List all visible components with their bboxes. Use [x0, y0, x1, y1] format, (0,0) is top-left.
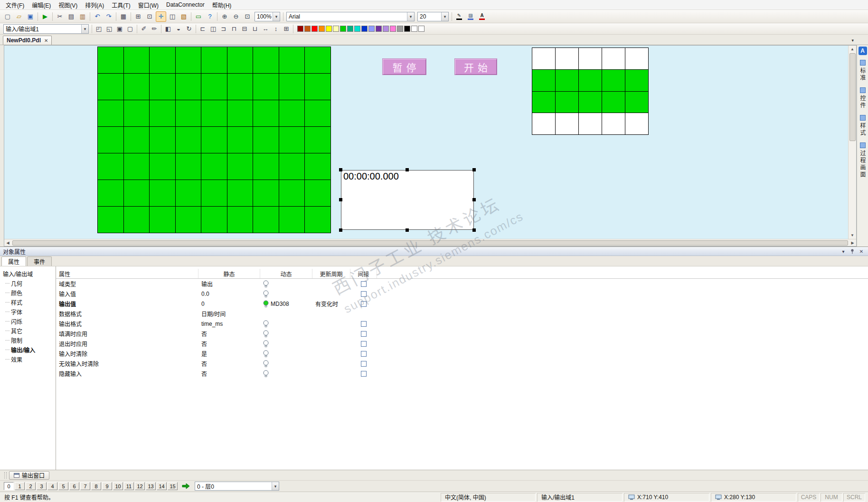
- layer-button-7[interactable]: 7: [80, 482, 90, 490]
- horizontal-scroll-thumb[interactable]: [12, 240, 848, 246]
- tree-item-8[interactable]: 效果: [3, 354, 56, 364]
- grid-icon[interactable]: ⊞: [133, 11, 143, 22]
- font-size-combo[interactable]: 20▾: [417, 12, 449, 21]
- color-swatch-11[interactable]: [376, 26, 382, 32]
- scroll-right-icon[interactable]: ▶: [849, 239, 856, 246]
- align-left-icon[interactable]: ⊏: [198, 24, 208, 34]
- palette-tab-3[interactable]: 过程画面: [859, 142, 867, 179]
- redo-icon[interactable]: ↷: [104, 11, 114, 22]
- scroll-down-icon[interactable]: ▼: [849, 232, 856, 239]
- zoom-out-icon[interactable]: ⊖: [231, 11, 241, 22]
- tree-item-2[interactable]: 样式: [3, 297, 56, 307]
- selection-handle[interactable]: [339, 198, 342, 201]
- selection-handle[interactable]: [406, 228, 409, 232]
- property-update-cycle[interactable]: 有变化时: [312, 299, 350, 309]
- color-swatch-14[interactable]: [397, 26, 403, 32]
- scroll-up-icon[interactable]: ▲: [849, 46, 856, 53]
- property-indirect-cell[interactable]: [350, 339, 377, 349]
- tree-item-6[interactable]: 限制: [3, 335, 56, 345]
- property-dynamic-cell[interactable]: [260, 359, 312, 369]
- canvas-horizontal-scrollbar[interactable]: ◀ ▶: [4, 239, 856, 246]
- font-name-combo[interactable]: Arial▾: [286, 12, 415, 21]
- rotate-icon[interactable]: ↻: [184, 24, 194, 34]
- color-swatch-8[interactable]: [354, 26, 360, 32]
- property-update-cycle[interactable]: [312, 339, 350, 349]
- canvas-vertical-scrollbar[interactable]: ▲ ▼: [848, 46, 856, 239]
- indirect-checkbox[interactable]: [361, 291, 367, 297]
- menu-item-4[interactable]: 工具(T): [108, 0, 134, 10]
- layer-button-6[interactable]: 6: [69, 482, 79, 490]
- color-swatch-10[interactable]: [368, 26, 375, 32]
- property-dynamic-cell[interactable]: [260, 309, 312, 319]
- library-icon[interactable]: ▧: [179, 11, 189, 22]
- align-right-icon[interactable]: ⊐: [219, 24, 228, 34]
- flip-horizontal-icon[interactable]: ◧: [163, 24, 173, 34]
- select-tool-icon[interactable]: ✛: [156, 11, 166, 22]
- vertical-scroll-thumb[interactable]: [849, 53, 856, 141]
- layer-button-13[interactable]: 13: [146, 482, 156, 490]
- undo-icon[interactable]: ↶: [92, 11, 103, 22]
- property-dynamic-cell[interactable]: [260, 349, 312, 359]
- property-update-cycle[interactable]: [312, 369, 350, 379]
- io-field-selection[interactable]: 00:00:00.000: [339, 168, 476, 232]
- property-update-cycle[interactable]: [312, 329, 350, 339]
- property-static-value[interactable]: 否: [198, 339, 260, 349]
- property-indirect-cell[interactable]: [350, 319, 377, 329]
- color-swatch-2[interactable]: [311, 26, 318, 32]
- layer-button-14[interactable]: 14: [157, 482, 167, 490]
- property-update-cycle[interactable]: [312, 349, 350, 359]
- palette-tab-0[interactable]: 标准: [859, 60, 867, 82]
- output-window-button[interactable]: 输出窗口: [9, 471, 49, 480]
- indirect-checkbox[interactable]: [361, 351, 367, 357]
- layer-button-9[interactable]: 9: [102, 482, 112, 490]
- menu-item-0[interactable]: 文件(F): [2, 0, 28, 10]
- save-icon[interactable]: ▣: [25, 11, 36, 22]
- property-static-value[interactable]: 否: [198, 359, 260, 369]
- layer-selector-combo[interactable]: 0 - 层0 ▾: [195, 482, 279, 491]
- property-indirect-cell[interactable]: [350, 289, 377, 299]
- property-row[interactable]: 输入时清除是: [56, 349, 868, 359]
- copy-icon[interactable]: ▤: [66, 11, 76, 22]
- property-dynamic-cell[interactable]: [260, 319, 312, 329]
- color-swatch-16[interactable]: [411, 26, 417, 32]
- toolbar-grip[interactable]: [4, 472, 7, 479]
- tree-item-3[interactable]: 字体: [3, 307, 56, 316]
- palette-tab-1[interactable]: 控件: [859, 87, 867, 109]
- color-swatch-7[interactable]: [347, 26, 353, 32]
- property-indirect-cell[interactable]: [350, 329, 377, 339]
- selection-handle[interactable]: [472, 198, 476, 201]
- property-indirect-cell[interactable]: [350, 349, 377, 359]
- property-row[interactable]: 填满时应用否: [56, 329, 868, 339]
- hmi-grid-small[interactable]: [532, 47, 649, 135]
- property-static-value[interactable]: 输出: [198, 279, 260, 289]
- property-update-cycle[interactable]: [312, 289, 350, 299]
- selection-handle[interactable]: [339, 168, 342, 171]
- standard-palette-icon[interactable]: A: [859, 47, 867, 55]
- tab-list-chevron-icon[interactable]: ▾: [851, 38, 854, 43]
- color-swatch-6[interactable]: [340, 26, 346, 32]
- scroll-left-icon[interactable]: ◀: [4, 239, 11, 246]
- menu-item-3[interactable]: 排列(A): [81, 0, 108, 10]
- layer-button-2[interactable]: 2: [26, 482, 36, 490]
- align-middle-icon[interactable]: ⊟: [240, 24, 249, 34]
- color-swatch-17[interactable]: [418, 26, 425, 32]
- property-indirect-cell[interactable]: [350, 309, 377, 319]
- layer-button-8[interactable]: 8: [91, 482, 101, 490]
- pause-button[interactable]: 暂停: [382, 58, 426, 75]
- layer-button-12[interactable]: 12: [135, 482, 145, 490]
- layer-button-0[interactable]: 0: [4, 482, 14, 490]
- color-swatch-4[interactable]: [326, 26, 332, 32]
- brush-icon[interactable]: ✏: [150, 24, 159, 34]
- property-static-value[interactable]: 0.0: [198, 289, 260, 299]
- property-dynamic-cell[interactable]: [260, 369, 312, 379]
- tree-root-item[interactable]: 输入/输出域: [3, 269, 56, 278]
- property-dynamic-cell[interactable]: [260, 339, 312, 349]
- palette-tab-2[interactable]: 样式: [859, 115, 867, 137]
- start-button[interactable]: 开始: [454, 58, 497, 75]
- pipette-icon[interactable]: ✐: [139, 24, 149, 34]
- menu-item-2[interactable]: 视图(V): [55, 0, 81, 10]
- selection-handle[interactable]: [472, 168, 476, 171]
- document-tab[interactable]: NewPdl0.Pdl ✕: [3, 36, 52, 45]
- property-update-cycle[interactable]: [312, 319, 350, 329]
- layout-panels-icon[interactable]: ◫: [167, 11, 178, 22]
